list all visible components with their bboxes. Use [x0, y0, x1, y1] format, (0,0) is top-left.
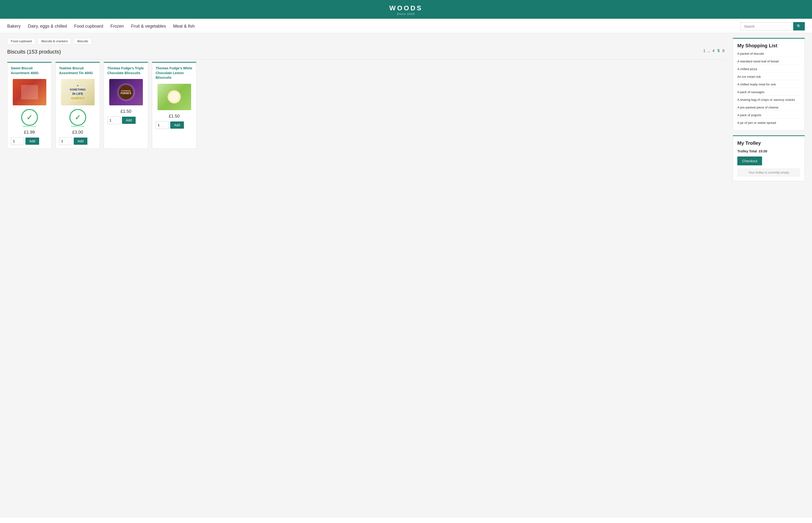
shopping-list: A packet of biscuits A standard sized lo… [737, 52, 800, 126]
trolley-total-value: £0.00 [759, 149, 767, 153]
add-button[interactable]: Add [170, 122, 184, 129]
trolley-title: My Trolley [737, 140, 800, 146]
shopping-list-title: My Shopping List [737, 43, 800, 49]
trolley-empty-message: Your trolley is currently empty [737, 168, 800, 177]
healthier-badge [69, 109, 86, 126]
product-name: Thomas Fudge's White Chocolate Lemon Bli… [156, 66, 193, 80]
product-image [158, 83, 191, 111]
pagination: 1 ... 4 5 6 [702, 48, 726, 54]
product-card: Teatime Biscuit Assortment Tin 400G ✦ SO… [55, 62, 100, 148]
trolley-total-label: Trolley Total [737, 149, 757, 153]
list-item: An ice cream tub [737, 75, 800, 80]
product-image: ✦ SOMETHING IN LIFE ALWAYS A [61, 78, 94, 107]
nav-dairy[interactable]: Dairy, eggs & chilled [28, 24, 67, 29]
add-row: Add [156, 121, 193, 129]
list-item: A chilled pizza [737, 67, 800, 72]
product-card: Thomas Fudge's White Chocolate Lemon Bli… [152, 62, 196, 148]
list-item: A standard sized loaf of bread [737, 59, 800, 65]
breadcrumb-food-cupboard[interactable]: Food cupboard [7, 38, 35, 44]
list-item: A pack of sausages [737, 90, 800, 95]
add-button[interactable]: Add [25, 138, 39, 145]
brand-name: WOODS [5, 4, 807, 12]
nav-fruit-veg[interactable]: Fruit & vegetables [131, 24, 166, 29]
product-name: Teatime Biscuit Assortment Tin 400G [59, 66, 96, 75]
product-card: Thomas Fudge's Triple Chocolate Blisscui… [104, 62, 148, 148]
product-image-thomas-white [158, 84, 191, 110]
page-title: Biscuits (153 products) [7, 49, 61, 55]
healthier-badge [21, 109, 38, 126]
product-image-biscuit-assortment [13, 79, 46, 105]
list-item: A sharing bag of crisps or savoury snack… [737, 98, 800, 103]
add-row: Add [11, 137, 48, 145]
nav-bakery[interactable]: Bakery [7, 24, 21, 29]
add-button[interactable]: Add [74, 138, 87, 145]
list-item: A packet of biscuits [737, 52, 800, 57]
product-price: £1.50 [169, 114, 180, 119]
page-5[interactable]: 5 [717, 48, 721, 54]
add-button[interactable]: Add [122, 116, 136, 124]
main-nav: Bakery Dairy, eggs & chilled Food cupboa… [0, 19, 812, 33]
product-card: Sweet Biscuit Assortment 400G healthier … [7, 62, 52, 148]
page-dots: ... [707, 49, 710, 53]
breadcrumb-biscuits-crackers[interactable]: Biscuits & crackers [38, 38, 71, 44]
product-image-teatime-tin: ✦ SOMETHING IN LIFE ALWAYS A [61, 79, 94, 105]
shopping-list-section: My Shopping List A packet of biscuits A … [733, 38, 805, 130]
content-area: Food cupboard Biscuits & crackers Biscui… [7, 38, 726, 513]
list-item: A pre-packed piece of cheese [737, 106, 800, 111]
nav-meat-fish[interactable]: Meat & fish [173, 24, 195, 29]
list-item: A chilled ready meal for one [737, 83, 800, 88]
search-area: 🔍 [740, 22, 805, 31]
add-row: Add [107, 116, 144, 124]
list-item: A jar of jam or sweet spread [737, 121, 800, 126]
quantity-input[interactable] [107, 116, 121, 124]
product-price: £1.99 [24, 130, 35, 135]
quantity-input[interactable] [59, 137, 72, 145]
add-row: Add [59, 137, 96, 145]
product-name: Thomas Fudge's Triple Chocolate Blisscui… [107, 66, 144, 75]
product-price: £3.00 [72, 130, 83, 135]
breadcrumb: Food cupboard Biscuits & crackers Biscui… [7, 38, 726, 44]
trolley-total-row: Trolley Total £0.00 [737, 149, 800, 153]
product-name: Sweet Biscuit Assortment 400G [11, 66, 48, 75]
trolley-section: My Trolley Trolley Total £0.00 Checkout … [733, 136, 805, 181]
nav-food-cupboard[interactable]: Food cupboard [74, 24, 103, 29]
quantity-input[interactable] [11, 137, 24, 145]
list-item: A pack of yogurts [737, 113, 800, 119]
search-input[interactable] [740, 22, 793, 31]
page-1[interactable]: 1 [702, 48, 706, 54]
nav-frozen[interactable]: Frozen [110, 24, 124, 29]
quantity-input[interactable] [156, 121, 169, 129]
site-header: WOODS Since 1926 [0, 0, 812, 19]
page-6[interactable]: 6 [722, 48, 726, 54]
sidebar: My Shopping List A packet of biscuits A … [733, 38, 805, 513]
product-image [13, 78, 46, 107]
main-container: Food cupboard Biscuits & crackers Biscui… [0, 33, 812, 518]
product-price: £1.50 [121, 109, 131, 114]
products-grid: Sweet Biscuit Assortment 400G healthier … [7, 62, 726, 148]
breadcrumb-biscuits[interactable]: Biscuits [74, 38, 92, 44]
product-image-thomas-choc: THOMAS FUDGE'S [109, 79, 143, 105]
checkout-button[interactable]: Checkout [737, 157, 762, 165]
nav-links: Bakery Dairy, eggs & chilled Food cupboa… [7, 24, 739, 29]
search-button[interactable]: 🔍 [793, 22, 805, 31]
page-4[interactable]: 4 [711, 48, 716, 54]
product-image: THOMAS FUDGE'S [109, 78, 143, 107]
brand-tagline: Since 1926 [5, 13, 807, 15]
